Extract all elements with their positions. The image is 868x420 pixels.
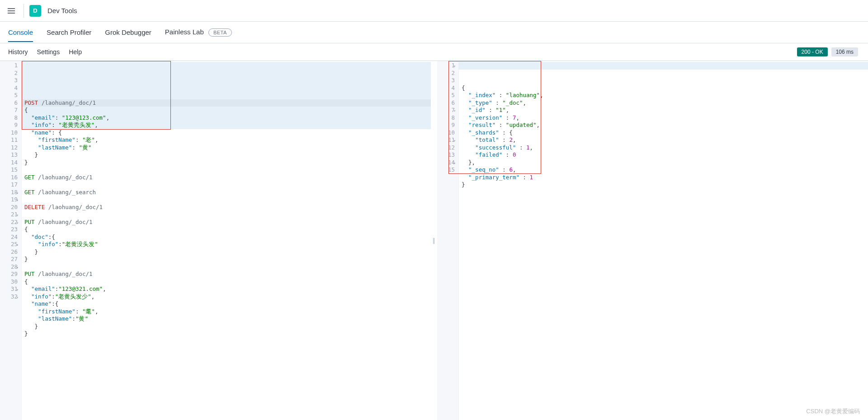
watermark: CSDN @老黄爱编码	[806, 407, 860, 415]
status-badge: 200 - OK	[797, 47, 828, 56]
request-options-button[interactable]	[414, 62, 422, 70]
tabs-bar: Console Search Profiler Grok Debugger Pa…	[0, 22, 868, 43]
menu-toggle-button[interactable]	[5, 4, 18, 18]
request-editor[interactable]: POST /laohuang/_doc/1{ "email": "123@123…	[22, 61, 431, 420]
timing-badge: 106 ms	[831, 47, 858, 56]
status-area: 200 - OK 106 ms	[797, 47, 858, 56]
pane-splitter[interactable]: ║	[431, 61, 437, 420]
top-bar: D Dev Tools	[0, 0, 868, 22]
tab-console[interactable]: Console	[8, 23, 33, 42]
divider	[24, 4, 24, 18]
tab-search-profiler[interactable]: Search Profiler	[47, 23, 91, 42]
request-actions	[402, 62, 422, 70]
subnav-history[interactable]: History	[8, 48, 28, 56]
subnav-settings[interactable]: Settings	[37, 48, 60, 56]
run-request-button[interactable]	[402, 62, 410, 70]
response-pane: 123456789101112131415 { "_index" : "laoh…	[437, 61, 868, 420]
breadcrumb[interactable]: Dev Tools	[47, 7, 77, 14]
response-line-highlight	[459, 62, 868, 70]
tab-painless-lab[interactable]: Painless Lab BETA	[165, 23, 232, 42]
tab-grok-debugger[interactable]: Grok Debugger	[105, 23, 151, 42]
beta-badge: BETA	[208, 28, 232, 37]
app-logo[interactable]: D	[29, 5, 41, 17]
request-gutter: 1234567891011121314151617181920212223242…	[0, 61, 22, 420]
tab-painless-label: Painless Lab	[165, 28, 204, 36]
sub-nav: History Settings Help 200 - OK 106 ms	[0, 43, 868, 61]
work-area: 1234567891011121314151617181920212223242…	[0, 61, 868, 420]
request-pane: 1234567891011121314151617181920212223242…	[0, 61, 431, 420]
response-viewer[interactable]: { "_index" : "laohuang", "_type" : "_doc…	[459, 61, 868, 420]
subnav-help[interactable]: Help	[69, 48, 82, 56]
hamburger-icon	[7, 6, 16, 15]
response-gutter: 123456789101112131415	[437, 61, 459, 420]
